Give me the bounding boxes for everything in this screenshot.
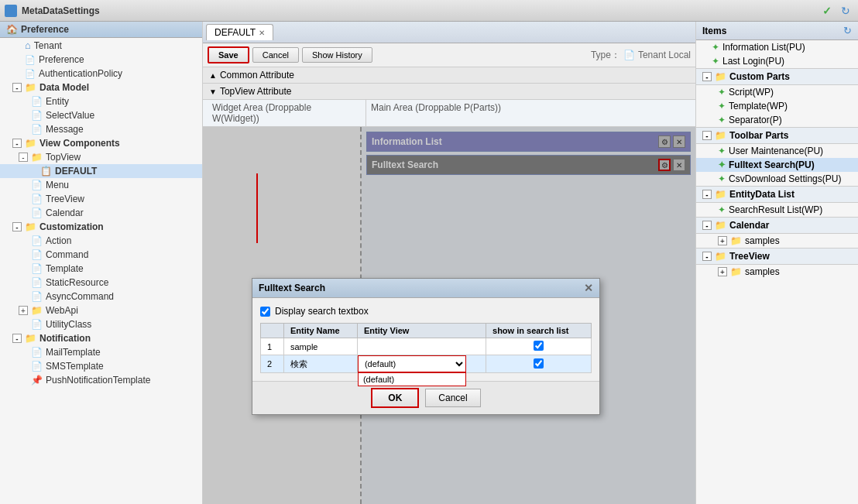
doc-icon-small: 📄 bbox=[623, 50, 635, 60]
tree-toggle-topview[interactable]: - bbox=[19, 153, 28, 162]
tree-toggle-cal-samples[interactable]: + bbox=[718, 236, 727, 245]
dialog-close-button[interactable]: ✕ bbox=[584, 282, 593, 294]
right-item-fulltextsearch[interactable]: ✦ Fulltext Search(PU) bbox=[696, 158, 858, 172]
home-icon: 🏠 bbox=[6, 24, 18, 35]
folder-icon: 📁 bbox=[31, 305, 43, 316]
sidebar-item-topview[interactable]: - 📁 TopView bbox=[0, 150, 202, 164]
dialog-cancel-button[interactable]: Cancel bbox=[425, 389, 480, 407]
right-item-lastlogin[interactable]: ✦ Last Login(PU) bbox=[696, 54, 858, 68]
cancel-button[interactable]: Cancel bbox=[252, 47, 299, 63]
col-entity-name: Entity Name bbox=[284, 324, 358, 338]
sidebar-item-pushnotification[interactable]: 📌 PushNotificationTemplate bbox=[0, 373, 202, 387]
ok-button[interactable]: OK bbox=[371, 388, 419, 408]
sidebar-item-message[interactable]: 📄 Message bbox=[0, 122, 202, 136]
sidebar-item-entity[interactable]: 📄 Entity bbox=[0, 94, 202, 108]
puzzle-icon: ✦ bbox=[718, 173, 726, 184]
sidebar-item-default[interactable]: 📋 DEFAULT bbox=[0, 164, 202, 178]
tree-toggle-treeview-r[interactable]: - bbox=[702, 252, 712, 261]
display-textbox-checkbox[interactable] bbox=[260, 307, 270, 317]
right-item-templatewp[interactable]: ✦ Template(WP) bbox=[696, 99, 858, 113]
puzzle-icon: ✦ bbox=[718, 146, 726, 156]
sidebar-item-action[interactable]: 📄 Action bbox=[0, 234, 202, 248]
sidebar-item-staticresource[interactable]: 📄 StaticResource bbox=[0, 276, 202, 290]
doc-icon: 📄 bbox=[31, 347, 43, 358]
sidebar-item-tenant[interactable]: ⌂ Tenant bbox=[0, 38, 202, 53]
sidebar-item-template[interactable]: 📄 Template bbox=[0, 262, 202, 276]
doc-icon: 📄 bbox=[31, 194, 43, 204]
sidebar-item-smstemplate[interactable]: 📄 SMSTemplate bbox=[0, 359, 202, 373]
tree-toggle-calendar[interactable]: - bbox=[702, 221, 712, 230]
right-item-calendar-samples[interactable]: + 📁 samples bbox=[696, 234, 858, 248]
sidebar-item-label: Action bbox=[46, 235, 71, 246]
sidebar-item-webapi[interactable]: + 📁 WebApi bbox=[0, 303, 202, 317]
show-checkbox-2[interactable] bbox=[534, 358, 544, 369]
tab-default[interactable]: DEFAULT ✕ bbox=[206, 24, 273, 40]
title-bar: MetaDataSettings ✓ ↻ bbox=[0, 0, 858, 22]
sidebar-item-notification[interactable]: - 📁 Notification bbox=[0, 331, 202, 345]
right-item-label: SearchResult List(WP) bbox=[729, 204, 822, 215]
folder-icon: 📁 bbox=[25, 82, 36, 93]
check-button[interactable]: ✓ bbox=[819, 3, 835, 19]
right-panel: Items ↻ ✦ Information List(PU) ✦ Last Lo… bbox=[695, 22, 858, 504]
sidebar-item-label: Command bbox=[46, 249, 88, 260]
right-panel-refresh-button[interactable]: ↻ bbox=[843, 25, 852, 36]
sidebar-item-viewcomponents[interactable]: - 📁 View Components bbox=[0, 136, 202, 150]
tree-toggle-tv-samples[interactable]: + bbox=[718, 267, 727, 276]
section-label: EntityData List bbox=[729, 189, 795, 200]
tab-close-icon[interactable]: ✕ bbox=[259, 29, 265, 37]
tree-toggle-toolbarparts[interactable]: - bbox=[702, 131, 712, 140]
entity-view-select[interactable]: (default) bbox=[358, 355, 466, 372]
sidebar-item-customization[interactable]: - 📁 Customization bbox=[0, 220, 202, 234]
show-history-button[interactable]: Show History bbox=[302, 47, 372, 63]
sidebar-item-utilityclass[interactable]: 📄 UtilityClass bbox=[0, 317, 202, 331]
tree-toggle-entitydata[interactable]: - bbox=[702, 190, 712, 199]
refresh-button[interactable]: ↻ bbox=[838, 3, 853, 19]
save-button[interactable]: Save bbox=[208, 46, 249, 63]
right-item-separatorp[interactable]: ✦ Separator(P) bbox=[696, 113, 858, 127]
sidebar-item-command[interactable]: 📄 Command bbox=[0, 248, 202, 262]
sidebar-item-treeview[interactable]: 📄 TreeView bbox=[0, 192, 202, 206]
sidebar-item-label: MailTemplate bbox=[46, 347, 101, 358]
right-item-label: User Maintenance(PU) bbox=[729, 146, 823, 156]
right-item-usermaint[interactable]: ✦ User Maintenance(PU) bbox=[696, 144, 858, 158]
sidebar-item-authpolicy[interactable]: 📄 AuthenticationPolicy bbox=[0, 67, 202, 81]
entitydata-list-section[interactable]: - 📁 EntityData List bbox=[696, 186, 858, 203]
type-text: Type： bbox=[591, 49, 620, 62]
right-item-label: Separator(P) bbox=[729, 115, 782, 125]
right-item-label: Information List(PU) bbox=[722, 42, 805, 53]
right-item-searchresult[interactable]: ✦ SearchResult List(WP) bbox=[696, 203, 858, 217]
right-item-csvdownload[interactable]: ✦ CsvDownload Settings(PU) bbox=[696, 172, 858, 186]
sidebar-item-calendar[interactable]: 📄 Calendar bbox=[0, 206, 202, 220]
right-item-label: Template(WP) bbox=[729, 101, 788, 111]
treeview-section[interactable]: - 📁 TreeView bbox=[696, 248, 858, 265]
doc-icon: 📄 bbox=[31, 207, 43, 218]
right-item-treeview-samples[interactable]: + 📁 samples bbox=[696, 265, 858, 279]
puzzle-icon: ✦ bbox=[718, 87, 726, 98]
tree-toggle-notification[interactable]: - bbox=[12, 334, 22, 343]
right-item-scriptwp[interactable]: ✦ Script(WP) bbox=[696, 85, 858, 99]
show-checkbox-1[interactable] bbox=[534, 341, 544, 351]
doc-icon: 📄 bbox=[31, 291, 43, 302]
folder-icon: 📁 bbox=[715, 251, 726, 262]
tree-toggle-customization[interactable]: - bbox=[12, 222, 22, 231]
sidebar-item-preference[interactable]: 📄 Preference bbox=[0, 53, 202, 67]
calendar-section[interactable]: - 📁 Calendar bbox=[696, 217, 858, 234]
tree-toggle-datamodel[interactable]: - bbox=[12, 83, 22, 92]
doc-icon: 📄 bbox=[31, 361, 43, 372]
sidebar-item-datamodel[interactable]: - 📁 Data Model bbox=[0, 81, 202, 94]
tree-toggle-webapi[interactable]: + bbox=[19, 306, 28, 315]
sidebar-item-asynccommand[interactable]: 📄 AsyncCommand bbox=[0, 290, 202, 303]
common-attribute-section[interactable]: ▲ Common Attribute bbox=[203, 67, 695, 84]
dropdown-option[interactable]: (default) bbox=[359, 373, 465, 386]
topview-attribute-section[interactable]: ▼ TopView Attribute bbox=[203, 84, 695, 100]
sidebar-item-label: Calendar bbox=[46, 207, 84, 218]
tree-toggle-customparts[interactable]: - bbox=[702, 72, 712, 81]
custom-parts-section[interactable]: - 📁 Custom Parts bbox=[696, 68, 858, 85]
sidebar-item-mailtemplate[interactable]: 📄 MailTemplate bbox=[0, 345, 202, 359]
sidebar-item-menu[interactable]: 📄 Menu bbox=[0, 178, 202, 192]
select-dropdown: (default) bbox=[358, 372, 466, 386]
tree-toggle-viewcomponents[interactable]: - bbox=[12, 139, 22, 148]
toolbar-parts-section[interactable]: - 📁 Toolbar Parts bbox=[696, 127, 858, 144]
right-item-infolist[interactable]: ✦ Information List(PU) bbox=[696, 40, 858, 54]
sidebar-item-selectvalue[interactable]: 📄 SelectValue bbox=[0, 108, 202, 122]
